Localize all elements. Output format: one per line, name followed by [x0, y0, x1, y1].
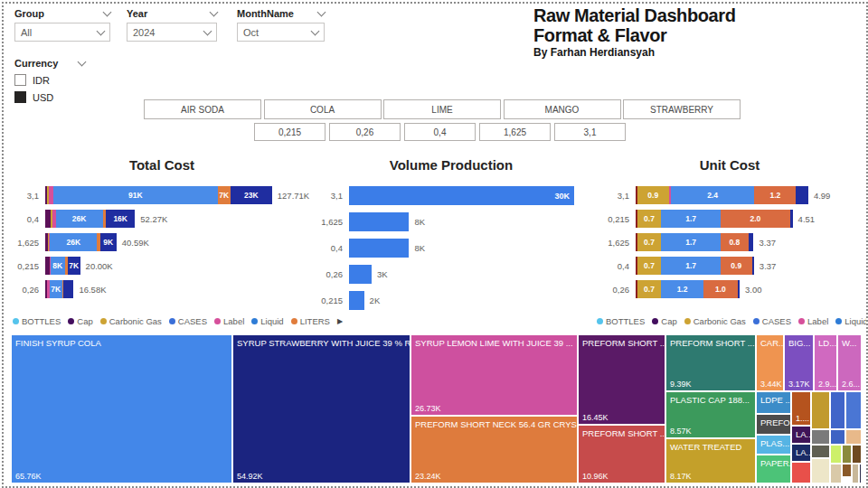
treemap-tile-paper[interactable]: PAPER... — [756, 455, 791, 483]
volume-bar[interactable] — [349, 265, 372, 284]
bar-segment[interactable]: 26K — [50, 233, 97, 251]
currency-option-usd[interactable]: USD — [14, 91, 96, 103]
bar-segment[interactable]: 0.8 — [721, 233, 749, 251]
treemap-tile[interactable] — [852, 445, 862, 464]
volume-bar[interactable] — [349, 291, 364, 310]
bar-segment[interactable]: 2.4 — [671, 186, 754, 204]
treemap-tile-ld[interactable]: LD...2.9... — [814, 334, 837, 391]
legend-item-liters[interactable]: LITERS — [291, 316, 330, 326]
format-button-1-625[interactable]: 1,625 — [479, 123, 551, 141]
volume-bar[interactable] — [349, 239, 409, 258]
treemap-tile[interactable] — [845, 391, 862, 429]
bar-segment[interactable]: 1.2 — [661, 280, 703, 298]
bar-segment[interactable]: 9K — [100, 233, 117, 251]
treemap-tile-preform-short[interactable]: PREFORM SHORT ...16.45K — [578, 334, 665, 425]
bar-segment[interactable] — [790, 210, 793, 228]
flavor-button-strawberry[interactable]: STRAWBERRY — [623, 99, 741, 119]
treemap-tile-la[interactable]: LA... — [791, 444, 811, 462]
bar-segment[interactable]: 23K — [231, 186, 272, 204]
bar-segment[interactable]: 0.7 — [637, 257, 662, 275]
bar-segment[interactable]: 0.7 — [637, 280, 662, 298]
idr-checkbox[interactable] — [14, 74, 26, 86]
currency-option-idr[interactable]: IDR — [14, 74, 96, 86]
flavor-button-mango[interactable]: MANGO — [504, 99, 621, 119]
legend-item-label[interactable]: Label — [798, 316, 828, 326]
volume-bar[interactable] — [349, 212, 409, 231]
volume-bar[interactable]: 30K — [349, 186, 574, 205]
bar-segment[interactable]: 7K — [50, 280, 62, 298]
treemap-tile[interactable] — [830, 429, 845, 445]
format-button-0-4[interactable]: 0,4 — [404, 123, 476, 141]
bar-segment[interactable]: 1.7 — [661, 257, 720, 275]
legend-item-carbonic-gas[interactable]: Carbonic Gas — [100, 316, 162, 326]
treemap-tile[interactable] — [791, 462, 811, 483]
format-button-0-215[interactable]: 0,215 — [254, 123, 326, 141]
treemap-tile[interactable] — [830, 391, 845, 429]
legend-item-bottles[interactable]: BOTTLES — [13, 316, 61, 326]
bar-segment[interactable]: 0.7 — [637, 210, 662, 228]
bar-segment[interactable] — [796, 186, 807, 204]
treemap-tile[interactable] — [830, 445, 842, 464]
treemap-tile-preform-short[interactable]: PREFORM SHORT ...9.39K — [665, 334, 756, 391]
treemap-tile[interactable] — [852, 464, 859, 483]
legend-item-bottles[interactable]: BOTTLES — [597, 316, 645, 326]
treemap-tile-prefo[interactable]: PREFO... — [756, 414, 791, 435]
bar-segment[interactable]: 2.0 — [721, 210, 790, 228]
treemap-tile-finish-syrup-cola[interactable]: FINISH SYRUP COLA65.76K — [11, 334, 232, 483]
treemap-tile-plastic-cap-188[interactable]: PLASTIC CAP 188...8.57K — [665, 391, 756, 438]
treemap-tile-w[interactable]: W...2.6... — [837, 334, 862, 391]
bar-segment[interactable]: 7K — [218, 186, 231, 204]
bar-segment[interactable]: 1.7 — [661, 210, 720, 228]
legend-item-cases[interactable]: CASES — [169, 316, 207, 326]
bar-segment[interactable] — [738, 280, 740, 298]
bar-segment[interactable]: 16K — [106, 210, 135, 228]
bar-segment[interactable]: 7K — [68, 257, 80, 275]
bar-segment[interactable]: 91K — [53, 186, 218, 204]
flavor-button-cola[interactable]: COLA — [264, 99, 382, 119]
usd-checkbox[interactable] — [14, 91, 26, 103]
legend-item-cap[interactable]: Cap — [652, 316, 676, 326]
treemap-tile-car[interactable]: CAR...3.44K — [756, 334, 784, 391]
bar-segment[interactable]: 0.7 — [637, 233, 662, 251]
format-button-3-1[interactable]: 3,1 — [554, 123, 626, 141]
treemap-tile-preform-short-neck-56-4-gr-crys[interactable]: PREFORM SHORT NECK 56.4 GR CRYS...23.24K — [410, 416, 578, 483]
treemap-tile-syrup-lemon-lime-with-juice-39[interactable]: SYRUP LEMON LIME WITH JUICE 39 ...26.73K — [410, 334, 578, 416]
treemap-tile-syrup-strawberry-with-juice-39-re[interactable]: SYRUP STRAWBERRY WITH JUICE 39 % RE...54… — [232, 334, 410, 483]
bar-segment[interactable]: 1.0 — [703, 280, 739, 298]
treemap-tile[interactable]: 1.... — [791, 391, 811, 426]
treemap-tile[interactable] — [830, 464, 842, 483]
treemap-tile[interactable] — [811, 445, 830, 458]
treemap-tile[interactable] — [845, 429, 862, 445]
legend-scroll-right-icon[interactable]: ▶ — [337, 317, 343, 325]
bar-segment[interactable]: 26K — [56, 210, 103, 228]
flavor-button-air-soda[interactable]: AIR SODA — [144, 99, 261, 119]
legend-item-cases[interactable]: CASES — [753, 316, 791, 326]
flavor-button-lime[interactable]: LIME — [383, 99, 501, 119]
treemap-tile-water-treated[interactable]: WATER TREATED8.17K — [665, 438, 756, 483]
bar-segment[interactable]: 8K — [51, 257, 65, 275]
treemap-tile-big[interactable]: BIG...3.17K — [784, 334, 814, 391]
bar-segment[interactable] — [749, 233, 754, 251]
year-filter-dropdown[interactable]: 2024 — [127, 23, 217, 42]
legend-item-carbonic-gas[interactable]: Carbonic Gas — [684, 316, 746, 326]
bar-segment[interactable]: 1.7 — [661, 233, 720, 251]
legend-item-liquid[interactable]: Liquid — [835, 316, 867, 326]
legend-item-liquid[interactable]: Liquid — [251, 316, 283, 326]
bar-segment[interactable] — [63, 280, 73, 298]
treemap-tile[interactable] — [842, 464, 852, 477]
bar-segment[interactable]: 0.9 — [637, 186, 669, 204]
treemap-tile-la[interactable]: LA... — [791, 426, 811, 444]
treemap-tile[interactable] — [811, 458, 830, 483]
treemap-tile[interactable] — [842, 445, 852, 464]
treemap-tile-ldpe[interactable]: LDPE ... — [756, 391, 791, 414]
bar-segment[interactable]: 0.9 — [721, 257, 752, 275]
legend-item-cap[interactable]: Cap — [68, 316, 92, 326]
bar-segment[interactable] — [752, 257, 754, 275]
legend-item-label[interactable]: Label — [214, 316, 244, 326]
treemap-tile-preform-short[interactable]: PREFORM SHORT ...10.96K — [578, 425, 665, 483]
group-filter-dropdown[interactable]: All — [14, 23, 110, 42]
treemap-tile[interactable] — [811, 429, 830, 445]
treemap-tile[interactable] — [859, 464, 862, 483]
treemap-tile-plas[interactable]: PLAS... — [756, 435, 791, 455]
month-filter-dropdown[interactable]: Oct — [237, 23, 325, 42]
